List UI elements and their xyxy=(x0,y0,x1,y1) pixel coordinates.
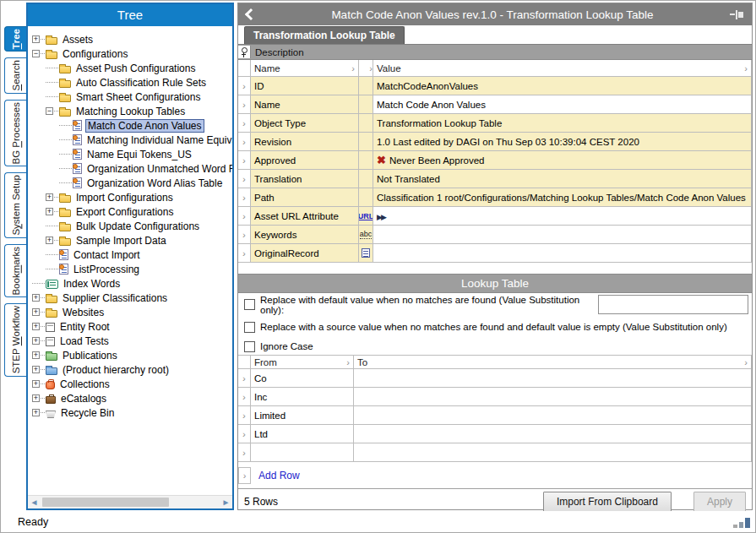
pin-icon[interactable] xyxy=(730,10,743,19)
row-handle[interactable]: › xyxy=(238,170,251,188)
to-cell[interactable] xyxy=(354,406,752,425)
scroll-right-icon[interactable]: ► xyxy=(220,496,232,509)
tree-item-supplier-classifications[interactable]: +Supplier Classifications xyxy=(28,291,232,305)
tree-item-websites[interactable]: +Websites xyxy=(28,305,232,319)
default-value-input[interactable] xyxy=(598,295,748,314)
tree-item-collections[interactable]: +Collections xyxy=(28,377,232,391)
scrollbar-thumb[interactable] xyxy=(42,498,169,507)
tree-item-match-code-anon-values[interactable]: Match Code Anon Values xyxy=(28,118,232,133)
replace-source-checkbox[interactable] xyxy=(244,322,255,333)
expand-icon[interactable]: + xyxy=(32,380,40,388)
tree-item-publications[interactable]: +Publications xyxy=(28,348,232,362)
row-handle[interactable]: › xyxy=(238,188,251,207)
row-handle[interactable]: › xyxy=(238,77,251,95)
tree-item-load-tests[interactable]: +Load Tests xyxy=(28,334,232,348)
tree-horizontal-scrollbar[interactable]: ◄ ► xyxy=(28,495,232,509)
sidebar-tab-search[interactable]: Search xyxy=(4,57,26,93)
row-handle[interactable]: › xyxy=(238,425,251,443)
sidebar-tab-step-workflow[interactable]: STEP Workflow xyxy=(4,303,26,376)
import-from-clipboard-button[interactable]: Import From Clipboard xyxy=(543,492,672,512)
expand-icon[interactable]: + xyxy=(32,409,40,416)
tree-item-organization-word-alias-table[interactable]: Organization Word Alias Table xyxy=(28,176,232,190)
expand-icon[interactable]: + xyxy=(32,308,40,316)
row-handle[interactable]: › xyxy=(238,114,251,133)
expand-icon[interactable]: + xyxy=(32,323,40,330)
to-column-header[interactable]: To› xyxy=(354,356,752,369)
collapse-icon[interactable]: − xyxy=(32,50,40,57)
row-handle[interactable]: › xyxy=(238,369,251,388)
attribute-value-cell[interactable] xyxy=(373,207,752,226)
from-cell[interactable]: Ltd xyxy=(251,425,354,443)
from-column-header[interactable]: From› xyxy=(251,356,354,369)
tree-item-export-configurations[interactable]: +Export Configurations xyxy=(28,204,232,219)
expand-icon[interactable]: + xyxy=(32,35,40,43)
tree-item-asset-push-configurations[interactable]: Asset Push Configurations xyxy=(28,61,232,75)
expand-icon[interactable]: + xyxy=(32,351,40,359)
row-handle[interactable]: › xyxy=(238,443,251,462)
attribute-value-cell[interactable] xyxy=(373,244,752,263)
ignore-case-checkbox[interactable] xyxy=(244,341,255,352)
tree-item-ecatalogs[interactable]: +eCatalogs xyxy=(28,391,232,405)
from-cell[interactable]: Co xyxy=(251,369,354,388)
section-pin-button[interactable] xyxy=(238,46,251,58)
sidebar-tab-bg-processes[interactable]: BG Processes xyxy=(4,100,26,167)
row-handle-header[interactable] xyxy=(238,356,251,369)
collapse-icon[interactable]: − xyxy=(46,107,53,115)
row-handle[interactable]: › xyxy=(238,207,251,226)
value-column-header[interactable]: Value› xyxy=(373,60,752,77)
tree-item-auto-classification-rule-sets[interactable]: Auto Classification Rule Sets xyxy=(28,75,232,90)
expand-icon[interactable]: + xyxy=(46,208,53,215)
name-column-header[interactable]: Name› xyxy=(251,60,359,77)
scroll-left-icon[interactable]: ◄ xyxy=(28,496,41,509)
row-handle[interactable]: › xyxy=(238,95,251,114)
add-row-link[interactable]: Add Row xyxy=(258,470,300,481)
tree-item-contact-import[interactable]: Contact Import xyxy=(28,247,232,262)
row-handle[interactable]: › xyxy=(238,406,251,425)
tree-item-sample-import-data[interactable]: +Sample Import Data xyxy=(28,233,232,247)
expand-icon[interactable]: + xyxy=(46,193,53,201)
to-cell[interactable] xyxy=(354,425,752,443)
tab-transformation-lookup-table[interactable]: Transformation Lookup Table xyxy=(244,26,405,44)
expand-icon[interactable]: + xyxy=(32,366,40,373)
resize-grip-icon[interactable] xyxy=(733,518,750,528)
tree-item-product-hierarchy-root[interactable]: +(Product hierarchy root) xyxy=(28,362,232,377)
from-cell[interactable]: Inc xyxy=(251,388,354,406)
attribute-value-cell[interactable] xyxy=(373,226,752,244)
mid-column-header[interactable]: › xyxy=(359,60,373,77)
row-handle[interactable]: › xyxy=(238,226,251,244)
to-cell[interactable] xyxy=(354,369,752,388)
tree-item-matching-lookup-tables[interactable]: −Matching Lookup Tables xyxy=(28,104,232,118)
row-handle[interactable]: › xyxy=(238,388,251,406)
tree-item-recycle-bin[interactable]: +Recycle Bin xyxy=(28,405,232,420)
row-handle-header[interactable] xyxy=(238,60,251,77)
tree-item-name-equi-tokens-us[interactable]: Name Equi Tokens_US xyxy=(28,147,232,161)
to-cell[interactable] xyxy=(354,388,752,406)
from-cell[interactable]: Limited xyxy=(251,406,354,425)
sidebar-tab-system-setup[interactable]: System Setup xyxy=(4,172,26,238)
tree-item-smart-sheet-configurations[interactable]: Smart Sheet Configurations xyxy=(28,90,232,104)
sidebar-tab-bookmarks[interactable]: Bookmarks xyxy=(4,244,26,298)
tree-item-assets[interactable]: +Assets xyxy=(28,32,232,46)
row-handle[interactable]: › xyxy=(238,151,251,170)
tree-item-listprocessing[interactable]: ListProcessing xyxy=(28,262,232,276)
tree-item-configurations[interactable]: −Configurations xyxy=(28,46,232,61)
tree-item-index-words[interactable]: Index Words xyxy=(28,276,232,291)
row-handle[interactable]: › xyxy=(238,244,251,263)
tree-item-matching-individual-name-equivale[interactable]: Matching Individual Name Equivale xyxy=(28,133,232,147)
row-handle[interactable]: › xyxy=(238,133,251,151)
tree-item-import-configurations[interactable]: +Import Configurations xyxy=(28,190,232,204)
url-link-icon[interactable]: URL xyxy=(359,212,373,220)
apply-button[interactable]: Apply xyxy=(693,492,746,512)
tree-item-organization-unmatched-word-fac[interactable]: Organization Unmatched Word Fac xyxy=(28,161,232,176)
sidebar-tab-tree[interactable]: Tree xyxy=(4,26,26,52)
add-row-handle[interactable]: › xyxy=(238,467,251,484)
expand-icon[interactable]: + xyxy=(46,237,53,244)
attribute-value-cell[interactable]: Match Code Anon Values xyxy=(373,95,752,114)
to-cell[interactable] xyxy=(354,443,752,462)
expand-icon[interactable]: + xyxy=(32,294,40,302)
from-cell[interactable] xyxy=(251,443,354,462)
expand-icon[interactable]: + xyxy=(32,394,40,402)
tree-item-entity-root[interactable]: +Entity Root xyxy=(28,319,232,334)
expand-icon[interactable]: + xyxy=(32,337,40,345)
replace-default-checkbox[interactable] xyxy=(244,299,255,310)
